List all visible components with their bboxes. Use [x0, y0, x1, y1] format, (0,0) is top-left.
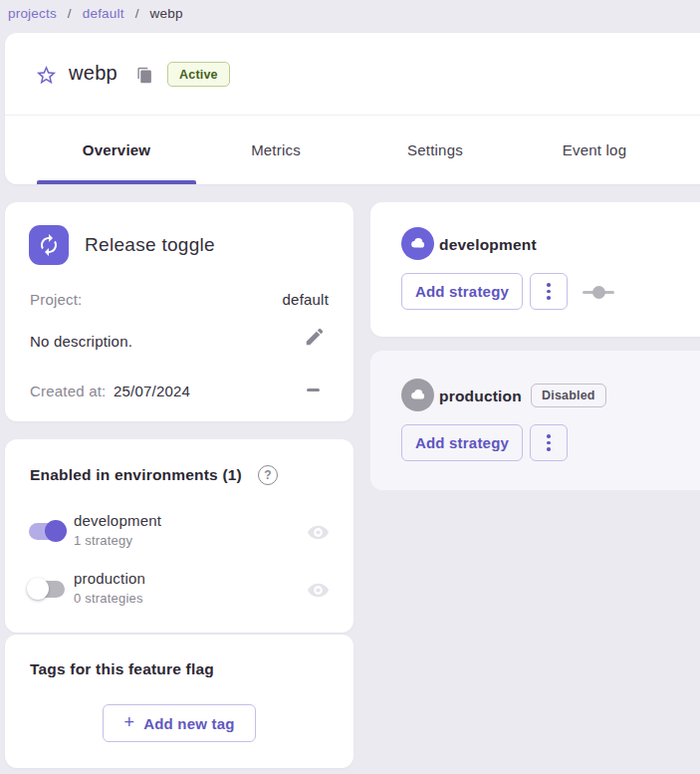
- visibility-eye-icon[interactable]: [307, 579, 330, 602]
- enabled-environments-card: Enabled in environments (1) ? developmen…: [5, 439, 353, 633]
- release-toggle-type-icon: [29, 225, 69, 265]
- toggle-development[interactable]: [27, 519, 67, 543]
- help-icon[interactable]: ?: [258, 465, 278, 485]
- more-options-kebab-button[interactable]: [530, 424, 568, 461]
- created-at-label: Created at:: [30, 383, 106, 399]
- environment-card-development: development Add strategy: [370, 202, 700, 337]
- env-card-title-development: development: [439, 236, 537, 254]
- tab-overview[interactable]: Overview: [37, 116, 196, 184]
- add-strategy-button[interactable]: Add strategy: [401, 424, 523, 461]
- tab-settings-label: Settings: [407, 141, 463, 158]
- tab-overview-label: Overview: [83, 141, 150, 158]
- enabled-environments-title: Enabled in environments (1): [30, 466, 242, 484]
- breadcrumb: projects / default / webp: [8, 6, 183, 21]
- tab-event-log[interactable]: Event log: [515, 116, 674, 184]
- add-new-tag-label: Add new tag: [143, 715, 234, 732]
- project-label: Project:: [30, 291, 82, 308]
- more-options-kebab-button[interactable]: [530, 273, 568, 310]
- environment-card-production: production Disabled Add strategy: [370, 351, 700, 490]
- drag-handle-icon[interactable]: [583, 284, 614, 300]
- status-badge: Active: [167, 62, 230, 87]
- breadcrumb-separator: /: [68, 6, 72, 21]
- toggle-thumb: [45, 520, 67, 542]
- breadcrumb-projects[interactable]: projects: [8, 6, 57, 21]
- tab-bar: Overview Metrics Settings Event log: [37, 116, 674, 184]
- active-tab-indicator: [37, 180, 196, 184]
- tab-metrics-label: Metrics: [251, 141, 301, 158]
- flag-info-card: Release toggle Project: default No descr…: [5, 202, 353, 421]
- page-title: webp: [69, 62, 117, 85]
- toggle-production[interactable]: [27, 577, 67, 601]
- env-strategy-count-production: 0 strategies: [74, 591, 143, 606]
- env-strategy-count-development: 1 strategy: [74, 533, 132, 548]
- env-card-title-production: production: [439, 387, 522, 405]
- copy-name-icon[interactable]: [136, 67, 153, 84]
- env-name-production: production: [74, 570, 145, 587]
- flag-type-label: Release toggle: [85, 234, 215, 256]
- plus-icon: +: [123, 712, 134, 733]
- collapse-minus-icon[interactable]: [307, 388, 320, 391]
- visibility-eye-icon[interactable]: [307, 521, 330, 544]
- env-name-development: development: [74, 512, 161, 529]
- project-value: default: [283, 291, 329, 308]
- description-text: No description.: [30, 333, 132, 350]
- created-at-value: 25/07/2024: [114, 383, 190, 399]
- tab-event-log-label: Event log: [563, 141, 626, 158]
- favorite-star-icon[interactable]: [35, 64, 58, 87]
- flag-header-card: webp Active Overview Metrics Settings Ev…: [5, 33, 700, 184]
- tags-title: Tags for this feature flag: [30, 660, 214, 678]
- breadcrumb-default[interactable]: default: [83, 6, 124, 21]
- tab-settings[interactable]: Settings: [355, 116, 515, 184]
- cloud-icon: [401, 379, 434, 411]
- disabled-badge: Disabled: [531, 384, 606, 407]
- autorenew-arrows-icon: [37, 233, 61, 257]
- feature-flag-page: projects / default / webp webp Active Ov…: [0, 0, 700, 774]
- breadcrumb-current: webp: [150, 6, 183, 21]
- cloud-icon: [401, 227, 434, 260]
- add-new-tag-button[interactable]: + Add new tag: [103, 704, 256, 742]
- toggle-thumb: [27, 578, 49, 600]
- breadcrumb-separator: /: [135, 6, 139, 21]
- help-glyph: ?: [264, 468, 271, 482]
- tags-card: Tags for this feature flag + Add new tag: [5, 635, 353, 768]
- tab-metrics[interactable]: Metrics: [196, 116, 355, 184]
- add-strategy-button[interactable]: Add strategy: [401, 273, 523, 310]
- edit-description-icon[interactable]: [304, 326, 326, 348]
